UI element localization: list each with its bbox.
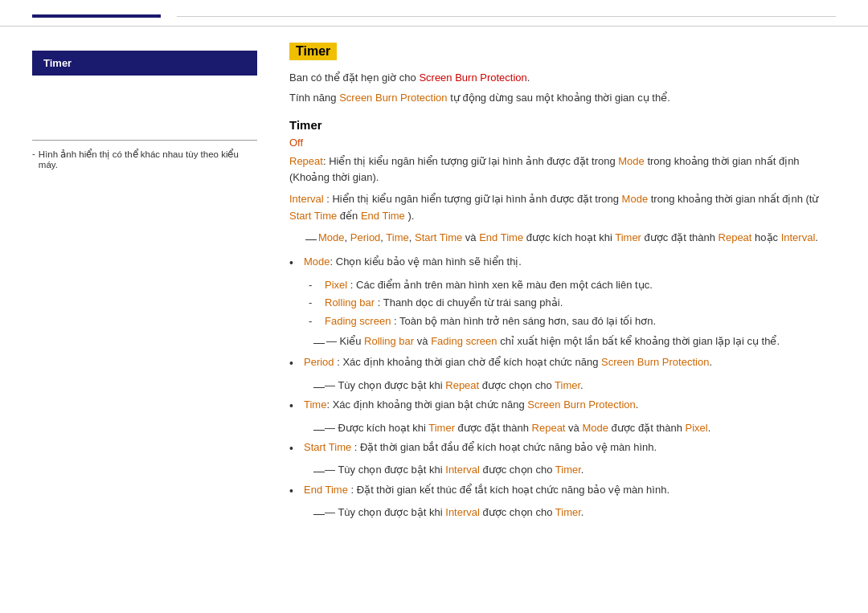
page-title: Timer (289, 43, 337, 60)
top-bar-right-line (177, 16, 836, 17)
bullet-mode: • Mode: Chọn kiểu bảo vệ màn hình sẽ hiể… (289, 254, 836, 272)
interval-para: Interval : Hiển thị kiểu ngăn hiển tượng… (289, 191, 836, 225)
intro-line-1: Ban có thể đặt hẹn giờ cho Screen Burn P… (289, 70, 836, 87)
section-title-timer: Timer (289, 118, 836, 132)
bullet-section: • Mode: Chọn kiểu bảo vệ màn hình sẽ hiể… (289, 254, 836, 522)
emdash-rolling-fading: — — Kiểu Rolling bar và Fading screen ch… (313, 333, 836, 351)
sidebar-note-dash: - (32, 149, 35, 170)
sidebar: Timer - Hình ảnh hiển thị có thể khác nh… (32, 43, 257, 529)
bullet-start-time: • Start Time : Đặt thời gian bắt đầu để … (289, 439, 836, 457)
sidebar-note-text: Hình ảnh hiển thị có thể khác nhau tùy t… (39, 149, 257, 170)
intro-line-2: Tính năng Screen Burn Protection tự động… (289, 90, 836, 107)
bullet-end-time: • End Time : Đặt thời gian kết thúc để t… (289, 482, 836, 500)
note-start: — — Tùy chọn được bật khi Interval được … (313, 462, 836, 480)
repeat-para: Repeat: Hiển thị kiểu ngăn hiển tượng gi… (289, 153, 836, 187)
bullet-period: • Period : Xác định khoảng thời gian chờ… (289, 354, 836, 372)
note-period: — — Tùy chọn được bật khi Repeat được ch… (313, 378, 836, 395)
sidebar-item-timer[interactable]: Timer (32, 51, 257, 76)
note-time: — — Được kích hoạt khi Timer được đặt th… (313, 420, 836, 438)
sub-bullet-fading: - Fading screen : Toàn bộ màn hình trở n… (309, 313, 836, 330)
bullet-time: • Time: Xác định khoảng thời gian bật ch… (289, 397, 836, 415)
top-bar-left-line (32, 14, 161, 18)
sub-bullet-pixel: - Pixel : Các điểm ảnh trên màn hình xen… (309, 277, 836, 294)
sub-bullet-rolling: - Rolling bar : Thanh dọc di chuyển từ t… (309, 295, 836, 312)
top-bar (0, 0, 868, 27)
note-end: — — Tùy chọn được bật khi Interval được … (313, 505, 836, 522)
content-area: Timer Ban có thể đặt hẹn giờ cho Screen … (289, 43, 836, 529)
sidebar-note: - Hình ảnh hiển thị có thể khác nhau tùy… (32, 140, 257, 170)
emdash-line-1: — Mode, Period, Time, Start Time và End … (305, 230, 836, 247)
off-label: Off (289, 137, 836, 149)
